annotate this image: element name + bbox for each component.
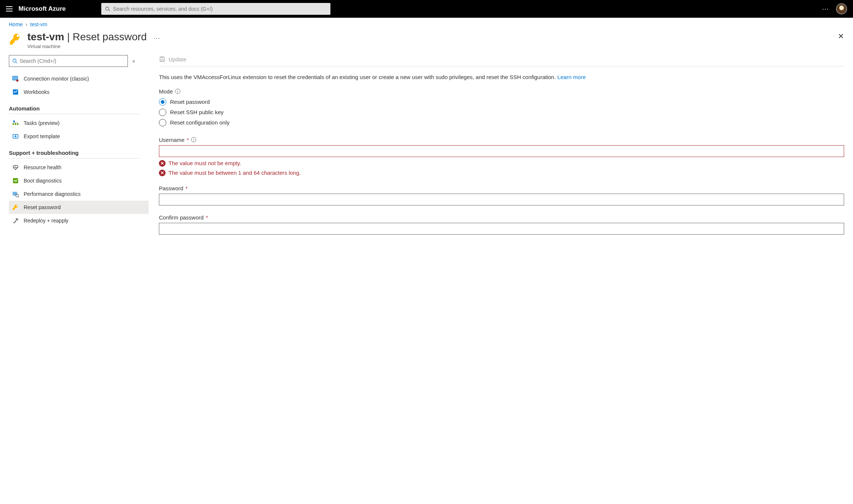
radio-label: Reset configuration only [170, 119, 230, 126]
sidebar-search[interactable] [9, 55, 128, 67]
menu-button[interactable] [6, 6, 13, 11]
resource-type-label: Virtual machine [27, 44, 161, 49]
svg-rect-10 [17, 123, 18, 125]
key-icon [9, 33, 22, 46]
svg-rect-17 [161, 59, 163, 61]
sidebar-item-label: Workbooks [24, 89, 50, 95]
radio-icon [159, 109, 166, 116]
workbook-icon [12, 88, 19, 96]
svg-rect-13 [13, 192, 17, 195]
monitor-icon [12, 75, 19, 82]
page-header: test-vm | Reset password ⋯ Virtual machi… [0, 29, 853, 55]
export-icon [12, 133, 19, 140]
page-more-button[interactable]: ⋯ [153, 34, 161, 42]
radio-icon [159, 98, 166, 106]
sidebar: « Connection monitor (classic) Workbooks… [9, 55, 149, 244]
sidebar-item-reset-password[interactable]: Reset password [9, 201, 149, 214]
svg-line-15 [18, 197, 19, 197]
mode-label: Mode i [159, 88, 844, 95]
sidebar-item-connection-monitor[interactable]: Connection monitor (classic) [9, 72, 149, 85]
chevron-right-icon: › [26, 21, 27, 27]
description-text: This uses the VMAccessForLinux extension… [159, 73, 844, 82]
error-icon: ✕ [159, 170, 166, 176]
sidebar-item-label: Redeploy + reapply [24, 218, 68, 224]
sidebar-item-redeploy[interactable]: Redeploy + reapply [9, 214, 149, 227]
info-icon[interactable]: i [175, 89, 180, 94]
username-input[interactable] [159, 145, 844, 157]
confirm-password-label: Confirm password * [159, 214, 844, 221]
breadcrumb-resource[interactable]: test-vm [30, 21, 47, 27]
sidebar-item-tasks[interactable]: Tasks (preview) [9, 116, 149, 130]
error-message: ✕ The value must be between 1 and 64 cha… [159, 170, 844, 176]
global-search[interactable] [101, 3, 330, 15]
error-message: ✕ The value must not be empty. [159, 160, 844, 167]
sidebar-item-resource-health[interactable]: Resource health [9, 161, 149, 174]
key-icon [12, 204, 19, 211]
search-icon [12, 58, 17, 64]
performance-icon [12, 190, 19, 198]
password-input[interactable] [159, 194, 844, 205]
radio-icon [159, 119, 166, 126]
sidebar-item-label: Export template [24, 133, 60, 139]
sidebar-item-export-template[interactable]: Export template [9, 130, 149, 143]
page-title: test-vm | Reset password [27, 31, 147, 43]
breadcrumb: Home › test-vm [0, 18, 853, 29]
sidebar-item-performance-diagnostics[interactable]: Performance diagnostics [9, 187, 149, 201]
svg-point-0 [106, 7, 109, 10]
error-icon: ✕ [159, 160, 166, 167]
collapse-sidebar-button[interactable]: « [132, 58, 135, 64]
radio-reset-password[interactable]: Reset password [159, 97, 844, 107]
sidebar-item-label: Tasks (preview) [24, 120, 60, 126]
radio-reset-ssh-key[interactable]: Reset SSH public key [159, 107, 844, 118]
diagnostics-icon [12, 177, 19, 184]
sidebar-section-support: Support + troubleshooting [9, 143, 140, 159]
sidebar-item-label: Reset password [24, 204, 61, 210]
svg-point-5 [16, 79, 18, 82]
confirm-password-input[interactable] [159, 223, 844, 235]
learn-more-link[interactable]: Learn more [557, 74, 586, 80]
more-button[interactable]: ⋯ [822, 5, 829, 13]
svg-rect-8 [13, 123, 14, 125]
svg-rect-9 [15, 123, 16, 125]
sidebar-item-workbooks[interactable]: Workbooks [9, 85, 149, 99]
topbar: Microsoft Azure ⋯ [0, 0, 853, 18]
sidebar-search-input[interactable] [20, 58, 125, 64]
sidebar-item-label: Connection monitor (classic) [24, 76, 89, 82]
breadcrumb-home[interactable]: Home [9, 21, 23, 27]
save-icon [159, 56, 166, 62]
update-button[interactable]: Update [169, 56, 186, 62]
svg-rect-16 [16, 218, 18, 221]
svg-rect-7 [13, 120, 15, 122]
search-icon [105, 6, 110, 11]
sidebar-item-label: Performance diagnostics [24, 191, 81, 197]
sidebar-item-label: Resource health [24, 164, 61, 170]
tasks-icon [12, 119, 19, 127]
svg-line-3 [16, 62, 17, 64]
svg-rect-18 [161, 57, 163, 58]
hammer-icon [12, 217, 19, 224]
sidebar-section-automation: Automation [9, 99, 140, 114]
password-label: Password * [159, 185, 844, 191]
sidebar-item-label: Boot diagnostics [24, 178, 62, 184]
svg-line-1 [108, 10, 110, 11]
radio-label: Reset password [170, 99, 210, 105]
radio-label: Reset SSH public key [170, 109, 224, 115]
radio-reset-config[interactable]: Reset configuration only [159, 118, 844, 128]
heart-icon [12, 164, 19, 171]
global-search-input[interactable] [113, 6, 327, 12]
main-content: Update This uses the VMAccessForLinux ex… [149, 55, 853, 244]
username-label: Username * i [159, 137, 844, 143]
svg-point-2 [13, 59, 16, 62]
info-icon[interactable]: i [191, 137, 196, 142]
sidebar-item-boot-diagnostics[interactable]: Boot diagnostics [9, 174, 149, 187]
avatar[interactable] [836, 3, 847, 14]
toolbar: Update [159, 55, 844, 67]
close-button[interactable]: ✕ [838, 32, 844, 41]
brand-label[interactable]: Microsoft Azure [18, 5, 66, 13]
